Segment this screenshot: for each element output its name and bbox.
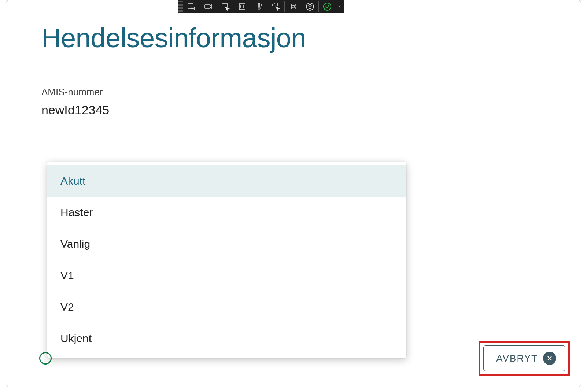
dialog-card: Hendelsesinformasjon AMIS-nummer Akutt H… bbox=[6, 0, 581, 387]
dropdown-item-v1[interactable]: V1 bbox=[47, 260, 406, 291]
collapse-toolbar-icon[interactable] bbox=[336, 0, 344, 13]
dropdown-item-vanlig[interactable]: Vanlig bbox=[47, 228, 406, 260]
check-ok-icon[interactable] bbox=[319, 0, 336, 13]
cancel-highlight: AVBRYT bbox=[479, 341, 570, 376]
thermometer-icon[interactable] bbox=[251, 0, 267, 13]
svg-rect-12 bbox=[273, 3, 278, 7]
dialog-content: Hendelsesinformasjon AMIS-nummer bbox=[6, 0, 581, 123]
cancel-button-label: AVBRYT bbox=[496, 353, 538, 364]
dropdown-item-v2[interactable]: V2 bbox=[47, 291, 406, 323]
responsive-icon[interactable] bbox=[234, 0, 251, 13]
svg-rect-7 bbox=[222, 3, 227, 7]
accessibility-icon[interactable] bbox=[302, 0, 318, 13]
svg-point-16 bbox=[324, 3, 331, 10]
selector-icon[interactable] bbox=[217, 0, 234, 13]
amis-input[interactable] bbox=[41, 101, 400, 123]
inspect-icon[interactable] bbox=[183, 0, 200, 13]
svg-rect-8 bbox=[239, 4, 245, 10]
svg-rect-6 bbox=[205, 5, 210, 8]
svg-rect-9 bbox=[241, 5, 244, 8]
dropdown-item-haster[interactable]: Haster bbox=[47, 197, 406, 228]
toolbar-drag-handle[interactable] bbox=[178, 0, 183, 13]
state-icon[interactable] bbox=[285, 0, 302, 13]
svg-point-13 bbox=[292, 5, 294, 8]
close-icon bbox=[543, 352, 556, 365]
priority-dropdown: Akutt Haster Vanlig V1 V2 Ukjent bbox=[47, 162, 406, 358]
svg-point-15 bbox=[310, 4, 311, 5]
snapshot-icon[interactable] bbox=[267, 0, 284, 13]
dropdown-item-ukjent[interactable]: Ukjent bbox=[47, 323, 406, 354]
camera-icon[interactable] bbox=[200, 0, 217, 13]
page-title: Hendelsesinformasjon bbox=[41, 22, 546, 53]
cancel-button[interactable]: AVBRYT bbox=[483, 345, 565, 371]
svg-rect-2 bbox=[188, 3, 193, 8]
amis-label: AMIS-nummer bbox=[41, 86, 546, 98]
dropdown-item-akutt[interactable]: Akutt bbox=[47, 165, 406, 197]
info-icon bbox=[39, 352, 52, 365]
dev-toolbar bbox=[178, 0, 344, 13]
